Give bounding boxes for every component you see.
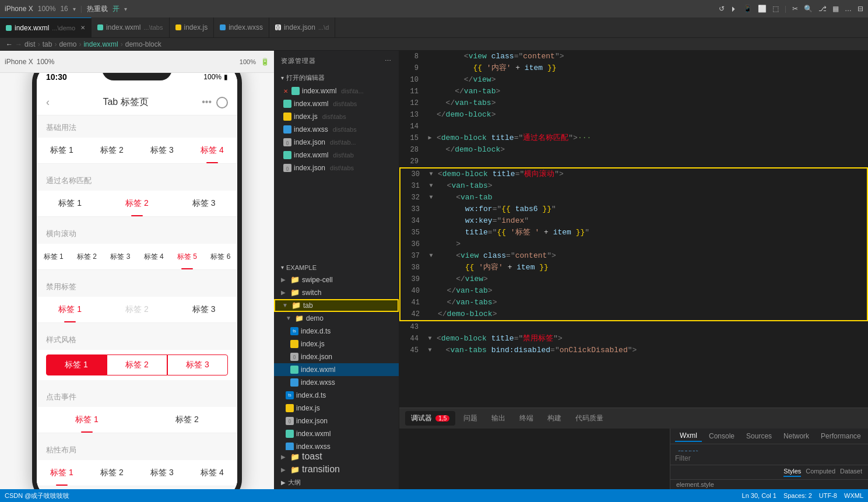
style-tab-cell[interactable]: 标签 3 xyxy=(167,354,228,375)
style-tab-cell[interactable]: 标签 2 xyxy=(107,354,167,375)
file-item[interactable]: index.wxss dist\tabs xyxy=(274,123,399,136)
devtab-sources[interactable]: Sources xyxy=(742,431,776,441)
folder-swipe-cell[interactable]: ▶ 📁 swipe-cell xyxy=(274,273,399,286)
file-index-wxss[interactable]: index.wxss xyxy=(274,376,399,389)
file-item[interactable]: index.wxml dist\tab xyxy=(274,149,399,162)
outline-section[interactable]: ▶ 大纲 xyxy=(274,476,399,489)
tab-cell-active[interactable]: 标签 1 xyxy=(37,460,87,486)
breadcrumb-file[interactable]: index.wxml xyxy=(83,40,118,48)
folder-switch[interactable]: ▶ 📁 switch xyxy=(274,286,399,299)
devtab-console[interactable]: Console xyxy=(704,431,739,441)
file-index-js[interactable]: index.js xyxy=(274,338,399,350)
tab-issues[interactable]: 问题 xyxy=(458,411,483,426)
grid-icon[interactable]: ▦ xyxy=(832,5,839,13)
file-index-wxml-2[interactable]: index.wxml xyxy=(274,427,399,440)
styles-tab[interactable]: Styles xyxy=(783,468,801,477)
tab-cell[interactable]: 标签 2 xyxy=(87,138,137,163)
line-fold-arrow[interactable]: ▼ xyxy=(427,192,435,203)
window-icon[interactable]: ⬜ xyxy=(758,5,767,13)
open-editors-section[interactable]: ▾ 打开的编辑器 xyxy=(274,71,399,85)
devtab-wxml[interactable]: Wxml xyxy=(675,430,702,442)
tab-cell[interactable]: 标签 1 xyxy=(37,244,70,269)
close-icon[interactable]: ✕ xyxy=(80,24,85,31)
tab-cell[interactable]: 标签 3 xyxy=(170,191,237,216)
file-index-d-ts-2[interactable]: ts index.d.ts xyxy=(274,389,399,402)
tab-code-quality[interactable]: 代码质量 xyxy=(570,411,609,426)
hotreload-chevron[interactable]: ▾ xyxy=(124,6,127,12)
file-item[interactable]: {} index.json dist\tabs xyxy=(274,162,399,174)
breadcrumb-symbol[interactable]: demo-block xyxy=(125,40,161,48)
example-section[interactable]: ▾ EXAMPLE xyxy=(274,262,399,273)
tab-cell-active[interactable]: 标签 1 xyxy=(37,407,137,433)
cut-icon[interactable]: ✂ xyxy=(792,5,798,13)
line-fold-arrow[interactable]: ▶ xyxy=(426,132,434,144)
tab-cell[interactable]: 标签 4 xyxy=(137,244,170,269)
code-area[interactable]: 8 <view class="content"> 9 {{ '内容' + ite… xyxy=(399,51,868,408)
line-fold-arrow[interactable]: ▼ xyxy=(427,180,435,192)
line-fold-arrow[interactable]: ▼ xyxy=(426,345,434,356)
folder-tab[interactable]: ▼ 📁 tab xyxy=(274,299,399,312)
tab-cell[interactable]: 标签 1 xyxy=(37,191,104,216)
tab-cell[interactable]: 标签 2 xyxy=(70,244,103,269)
device-label[interactable]: iPhone X xyxy=(5,5,33,13)
tab-cell[interactable]: 标签 3 xyxy=(137,460,187,486)
tab-cell[interactable]: 标签 3 xyxy=(170,297,237,322)
file-index-js-2[interactable]: index.js xyxy=(274,402,399,415)
more-dots-icon[interactable]: ••• xyxy=(202,97,212,108)
file-item[interactable]: index.js dist\tabs xyxy=(274,110,399,123)
tab-output[interactable]: 输出 xyxy=(486,411,511,426)
file-item[interactable]: index.wxml dist\tabs xyxy=(274,97,399,110)
breadcrumb-demo[interactable]: demo xyxy=(59,40,76,48)
file-index-d-ts[interactable]: ts index.d.ts xyxy=(274,325,399,338)
branch-icon[interactable]: ⎇ xyxy=(818,5,827,13)
file-item[interactable]: ✕ index.wxml dist\ta... xyxy=(274,85,399,97)
collapse-icon[interactable]: ⊟ xyxy=(858,5,863,13)
nav-forward-icon[interactable]: → xyxy=(15,40,22,48)
hotreload-status[interactable]: 开 xyxy=(113,4,120,14)
file-index-wxml-selected[interactable]: index.wxml xyxy=(274,363,399,376)
tab-index-wxml-tabs[interactable]: index.wxml ...\tabs xyxy=(92,17,169,38)
tab-cell[interactable]: 标签 3 xyxy=(137,138,187,163)
tab-build[interactable]: 构建 xyxy=(542,411,567,426)
more-icon[interactable]: … xyxy=(845,5,852,13)
folder-transition[interactable]: ▶ 📁 transition xyxy=(274,463,399,476)
devtab-performance[interactable]: Performance xyxy=(816,431,866,441)
line-fold-arrow[interactable]: ▼ xyxy=(426,333,434,345)
breadcrumb-dist[interactable]: dist xyxy=(24,40,36,48)
tab-cell[interactable]: 标签 2 xyxy=(137,407,237,433)
file-index-json[interactable]: {} index.json xyxy=(274,350,399,363)
file-item[interactable]: {} index.json dist\tab... xyxy=(274,136,399,149)
tab-cell[interactable]: 标签 3 xyxy=(104,244,137,269)
breadcrumb-tab[interactable]: tab xyxy=(43,40,52,48)
tab-cell[interactable]: 标签 6 xyxy=(204,244,237,269)
tab-cell-active[interactable]: 标签 1 xyxy=(37,297,104,322)
tab-cell[interactable]: 标签 1 xyxy=(37,138,87,163)
file-index-json-2[interactable]: {} index.json xyxy=(274,415,399,427)
split-icon[interactable]: ⬚ xyxy=(772,5,779,13)
folder-demo[interactable]: ▼ 📁 demo xyxy=(274,312,399,325)
file-index-wxss-2[interactable]: index.wxss xyxy=(274,440,399,451)
search-icon[interactable]: 🔍 xyxy=(804,5,813,13)
tab-terminal[interactable]: 终端 xyxy=(514,411,539,426)
tab-cell-active[interactable]: 标签 5 xyxy=(170,244,203,269)
tab-index-wxss[interactable]: index.wxss xyxy=(214,17,269,38)
new-file-icon[interactable]: ⋯ xyxy=(385,57,392,65)
play-icon[interactable]: ⏵ xyxy=(730,5,737,13)
chevron-down-icon[interactable]: ▾ xyxy=(73,6,76,12)
record-icon[interactable] xyxy=(216,97,228,108)
nav-back-icon[interactable]: ← xyxy=(6,40,13,48)
devtab-network[interactable]: Network xyxy=(779,431,814,441)
filter-input[interactable] xyxy=(670,454,868,462)
tab-cell-active[interactable]: 标签 4 xyxy=(187,138,237,163)
computed-tab[interactable]: Computed xyxy=(806,468,835,477)
tab-cell[interactable]: 标签 2 xyxy=(87,460,137,486)
folder-toast[interactable]: ▶ 📁 toast xyxy=(274,450,399,463)
tab-index-json[interactable]: {} index.json ...\d xyxy=(269,17,335,38)
phone-icon[interactable]: 📱 xyxy=(743,5,752,13)
line-fold-arrow[interactable]: ▼ xyxy=(427,168,435,180)
style-tab-cell-active[interactable]: 标签 1 xyxy=(46,354,107,375)
tab-index-js[interactable]: index.js xyxy=(170,17,215,38)
tab-index-wxml-demo[interactable]: index.wxml ...\demo ✕ xyxy=(0,17,92,38)
dataset-tab[interactable]: Dataset xyxy=(840,468,862,477)
tab-cell[interactable]: 标签 4 xyxy=(187,460,237,486)
